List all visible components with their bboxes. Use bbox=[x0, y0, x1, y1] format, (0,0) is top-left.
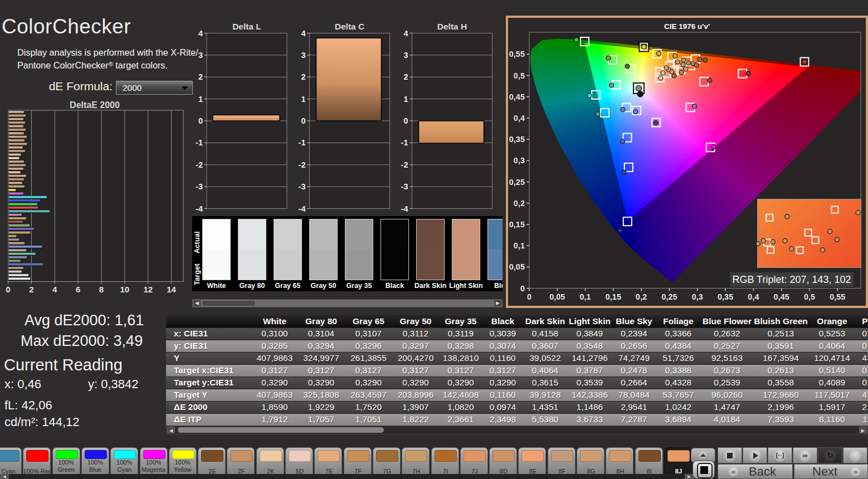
svg-text:0,55: 0,55 bbox=[509, 50, 525, 58]
svg-text:-3: -3 bbox=[401, 182, 408, 191]
svg-text:2: 2 bbox=[29, 285, 33, 294]
svg-text:6: 6 bbox=[76, 285, 80, 294]
svg-text:0,35: 0,35 bbox=[509, 135, 525, 144]
svg-text:-1: -1 bbox=[196, 138, 203, 147]
svg-text:1: 1 bbox=[301, 95, 305, 104]
svg-text:-1: -1 bbox=[401, 138, 408, 147]
svg-text:-1: -1 bbox=[299, 138, 306, 147]
svg-text:0: 0 bbox=[301, 116, 305, 125]
svg-text:0,15: 0,15 bbox=[509, 220, 525, 229]
svg-text:-4: -4 bbox=[299, 204, 306, 213]
svg-text:0: 0 bbox=[403, 116, 408, 125]
svg-text:0,55: 0,55 bbox=[830, 292, 845, 301]
svg-text:0,4: 0,4 bbox=[748, 292, 759, 301]
svg-text:0,25: 0,25 bbox=[661, 292, 677, 301]
svg-text:DeltaE 2000: DeltaE 2000 bbox=[70, 100, 120, 110]
svg-text:Delta L: Delta L bbox=[232, 22, 261, 31]
svg-text:0,45: 0,45 bbox=[774, 292, 789, 301]
svg-text:-3: -3 bbox=[299, 182, 306, 191]
svg-text:-2: -2 bbox=[299, 160, 306, 169]
svg-text:4: 4 bbox=[403, 29, 408, 38]
svg-text:-2: -2 bbox=[401, 160, 408, 169]
svg-text:3: 3 bbox=[301, 51, 305, 60]
svg-text:0,5: 0,5 bbox=[804, 292, 815, 301]
svg-text:3: 3 bbox=[403, 51, 408, 60]
svg-text:0,5: 0,5 bbox=[514, 71, 525, 80]
svg-text:1: 1 bbox=[198, 95, 203, 104]
svg-text:8: 8 bbox=[99, 285, 104, 294]
svg-text:0,3: 0,3 bbox=[514, 156, 525, 165]
svg-text:Delta C: Delta C bbox=[335, 22, 364, 31]
svg-text:1: 1 bbox=[403, 95, 408, 104]
svg-text:0,45: 0,45 bbox=[509, 92, 525, 101]
svg-text:0: 0 bbox=[520, 284, 525, 293]
svg-text:0,05: 0,05 bbox=[509, 262, 525, 271]
svg-text:0,25: 0,25 bbox=[509, 178, 525, 187]
svg-text:0,3: 0,3 bbox=[692, 292, 703, 301]
svg-text:-4: -4 bbox=[401, 204, 408, 213]
svg-text:2: 2 bbox=[403, 72, 408, 81]
svg-text:14: 14 bbox=[167, 285, 176, 294]
svg-text:0,1: 0,1 bbox=[580, 292, 591, 301]
svg-text:4: 4 bbox=[198, 29, 203, 38]
svg-text:4: 4 bbox=[301, 29, 305, 38]
svg-text:0,05: 0,05 bbox=[549, 292, 565, 301]
svg-text:-4: -4 bbox=[196, 204, 203, 213]
svg-text:2: 2 bbox=[198, 72, 203, 81]
svg-text:0: 0 bbox=[527, 292, 531, 301]
svg-text:0,35: 0,35 bbox=[718, 292, 733, 301]
svg-text:0,4: 0,4 bbox=[514, 114, 525, 123]
svg-text:0,2: 0,2 bbox=[514, 199, 525, 208]
svg-text:-2: -2 bbox=[196, 160, 203, 169]
svg-text:-3: -3 bbox=[196, 182, 203, 191]
svg-text:0,1: 0,1 bbox=[514, 241, 525, 250]
svg-text:10: 10 bbox=[120, 285, 130, 294]
svg-text:4: 4 bbox=[52, 285, 57, 294]
svg-text:0,2: 0,2 bbox=[636, 292, 647, 301]
svg-text:12: 12 bbox=[143, 285, 153, 294]
svg-text:0,15: 0,15 bbox=[606, 292, 621, 301]
svg-text:2: 2 bbox=[301, 72, 305, 81]
svg-text:0: 0 bbox=[198, 116, 203, 125]
svg-text:3: 3 bbox=[198, 51, 203, 60]
svg-text:0: 0 bbox=[6, 285, 10, 294]
svg-text:Delta H: Delta H bbox=[437, 22, 467, 31]
